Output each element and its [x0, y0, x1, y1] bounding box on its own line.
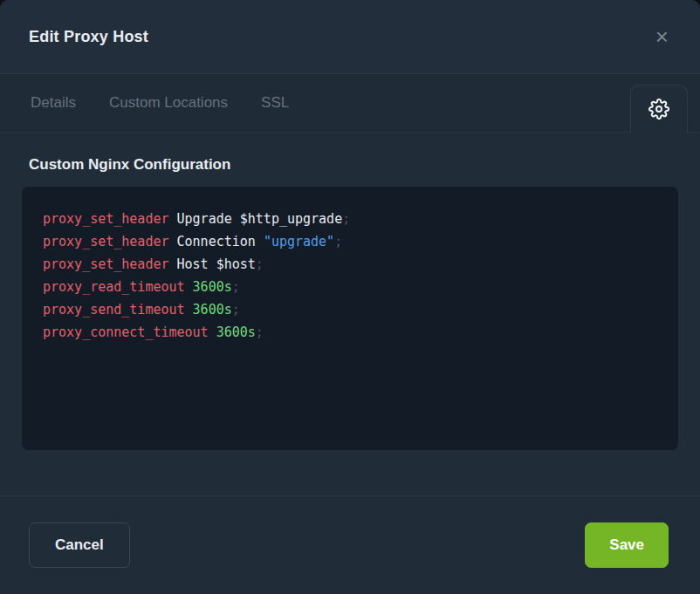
settings-tab-panel: Custom Nginx Configuration proxy_set_hea… — [0, 133, 700, 495]
edit-proxy-host-modal: Edit Proxy Host × DetailsCustom Location… — [0, 0, 700, 594]
close-icon[interactable]: × — [650, 24, 674, 50]
tab-ssl[interactable]: SSL — [247, 94, 303, 112]
tab-details[interactable]: Details — [17, 94, 90, 112]
tab-strip: DetailsCustom LocationsSSL — [0, 74, 700, 133]
nginx-config-editor[interactable]: proxy_set_header Upgrade $http_upgrade;p… — [22, 187, 678, 450]
code-line: proxy_set_header Host $host; — [43, 253, 657, 276]
section-heading: Custom Nginx Configuration — [29, 156, 700, 174]
code-line: proxy_set_header Connection "upgrade"; — [43, 230, 657, 253]
code-line: proxy_set_header Upgrade $http_upgrade; — [43, 208, 657, 230]
cancel-button[interactable]: Cancel — [29, 522, 130, 568]
modal-header: Edit Proxy Host × — [0, 0, 700, 74]
tab-list: DetailsCustom LocationsSSL — [14, 94, 305, 112]
tab-custom-locations[interactable]: Custom Locations — [95, 94, 242, 112]
code-line: proxy_connect_timeout 3600s; — [43, 321, 657, 344]
gear-icon — [649, 99, 669, 119]
save-button[interactable]: Save — [585, 522, 669, 568]
modal-footer: Cancel Save — [0, 495, 700, 594]
modal-title: Edit Proxy Host — [29, 28, 148, 46]
tab-settings[interactable] — [630, 85, 688, 133]
code-line: proxy_send_timeout 3600s; — [43, 298, 657, 321]
code-line: proxy_read_timeout 3600s; — [43, 276, 657, 298]
code-lines: proxy_set_header Upgrade $http_upgrade;p… — [43, 208, 657, 344]
